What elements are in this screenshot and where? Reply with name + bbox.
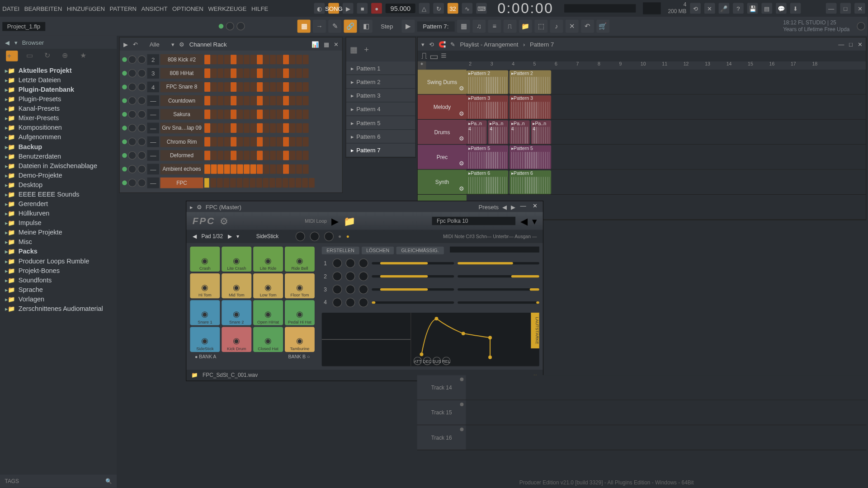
step-button[interactable] (283, 123, 289, 133)
undo2-button[interactable]: ↶ (581, 19, 594, 33)
step-button[interactable] (283, 96, 289, 105)
loop-icon[interactable]: ↻ (433, 3, 444, 14)
step-button[interactable] (231, 55, 236, 64)
layer-knob[interactable] (359, 285, 368, 294)
playlist-min-icon[interactable]: — (838, 41, 844, 47)
sidestick-label[interactable]: SideStick (256, 234, 278, 239)
layer-slider[interactable] (372, 288, 453, 291)
pattern-add-icon[interactable]: + (364, 45, 373, 54)
browser-item[interactable]: ▸📁Aufgenommen (0, 132, 117, 142)
layer-knob[interactable] (359, 298, 368, 307)
browser-item[interactable]: ▸📁Vorlagen (0, 294, 117, 304)
step-button[interactable] (217, 123, 223, 133)
channel-vol-knob[interactable] (137, 69, 146, 77)
browser-globe-icon[interactable]: ⊕ (62, 51, 71, 61)
playlist-sync-icon[interactable]: ⟲ (429, 41, 434, 47)
step-button[interactable] (231, 69, 236, 78)
step-button[interactable] (264, 69, 269, 78)
step-button[interactable] (277, 82, 283, 92)
play-button[interactable]: ▶ (343, 3, 354, 14)
snap-button[interactable]: ◧ (359, 19, 373, 33)
channel-name-button[interactable]: FPC Snare 8 (160, 82, 203, 93)
rack-play-icon[interactable]: ▶ (123, 41, 128, 47)
step-button[interactable] (263, 178, 269, 188)
channel-number[interactable]: — (147, 164, 159, 174)
step-button[interactable] (303, 164, 309, 174)
clip[interactable]: ▸Pa..n 4 (467, 120, 487, 144)
step-button[interactable] (231, 96, 236, 105)
channel-number[interactable]: — (147, 136, 159, 147)
pattern-item[interactable]: ▸Pattern 6 (346, 130, 415, 143)
channel-name-button[interactable]: 808 HiHat (160, 68, 203, 79)
pattern-mode-button[interactable]: ▦ (297, 19, 311, 33)
browser-item[interactable]: ▸📁Backup (0, 142, 117, 151)
step-button[interactable] (269, 178, 275, 188)
browser-item[interactable]: ▸📁Meine Projekte (0, 227, 117, 237)
pattern-item[interactable]: ▸Pattern 2 (346, 75, 415, 89)
layer-knob[interactable] (345, 272, 355, 281)
channel-pan-knob[interactable] (128, 69, 136, 77)
channel-vol-knob[interactable] (137, 110, 146, 118)
browser-button[interactable]: 📁 (519, 19, 532, 33)
track-header[interactable]: Track 16 (417, 425, 466, 450)
browser-search-icon[interactable]: 🔍 (105, 478, 112, 484)
channel-name-button[interactable]: Sakura (160, 109, 203, 120)
step-button[interactable] (217, 55, 223, 64)
plugin-close[interactable]: ✕ (531, 202, 539, 211)
channel-number[interactable]: — (147, 95, 159, 106)
drum-pad[interactable]: ◉Lite Ride (253, 247, 283, 272)
mic-icon[interactable]: 🎤 (719, 3, 730, 14)
maximize-button[interactable]: □ (840, 3, 851, 14)
drum-pad[interactable]: ◉Kick Drum (222, 327, 251, 352)
step-button[interactable] (270, 150, 276, 160)
browser-item[interactable]: ▸📁Producer Loops Rumble (0, 256, 117, 266)
step-button[interactable] (264, 137, 269, 146)
step-button[interactable] (290, 137, 296, 146)
track-header[interactable]: Prec⚙ (418, 145, 467, 169)
browser-refresh-icon[interactable]: ↻ (44, 51, 54, 61)
step-button[interactable] (270, 82, 276, 92)
menu-hinzufuegen[interactable]: HINZUFüGEN (67, 5, 105, 11)
tempo-button[interactable]: ♪ (550, 19, 563, 33)
browser-menu-icon[interactable]: ▾ (14, 39, 18, 45)
channel-vol-knob[interactable] (137, 83, 146, 91)
layer-number[interactable]: 1 (322, 260, 329, 266)
clip[interactable]: ▸Pattern 2 (467, 70, 508, 94)
pad-dropdown[interactable]: ▾ (236, 234, 240, 239)
clip[interactable]: ▸Pattern 2 (509, 70, 551, 94)
track-lane[interactable] (466, 375, 867, 399)
step-button[interactable] (224, 82, 230, 92)
track-header[interactable]: Melody⚙ (418, 95, 467, 119)
step-button[interactable] (270, 123, 276, 133)
step-button[interactable] (256, 178, 262, 188)
channel-name-button[interactable]: Ambient echoes (160, 164, 203, 174)
help-icon[interactable]: ? (733, 3, 744, 14)
step-button[interactable] (244, 123, 250, 133)
layer-velocity-slider[interactable] (458, 301, 539, 304)
metronome-icon[interactable]: △ (419, 3, 429, 14)
browser-item[interactable]: ▸📁Plugin-Presets (0, 94, 117, 103)
step-button[interactable] (283, 178, 288, 188)
channel-led[interactable] (122, 180, 127, 185)
step-button[interactable] (244, 69, 250, 78)
step-button[interactable] (277, 55, 283, 64)
mid-knob-2[interactable] (310, 232, 319, 241)
preset-prev-arrow[interactable]: ◀ (520, 215, 528, 226)
drum-pad[interactable]: ◉Floor Tom (285, 273, 315, 298)
channel-led[interactable] (122, 139, 127, 144)
step-button[interactable] (283, 110, 289, 119)
step-button[interactable] (296, 82, 302, 92)
channel-led[interactable] (122, 126, 127, 131)
step-button[interactable] (237, 164, 243, 174)
step-button[interactable] (290, 55, 296, 64)
step-button[interactable] (264, 96, 269, 105)
step-button[interactable] (244, 137, 250, 146)
channel-vol-knob[interactable] (137, 124, 146, 132)
piano-roll-button[interactable]: ♫ (472, 19, 486, 33)
layer-velocity-slider[interactable] (458, 275, 539, 277)
pl-tool-3[interactable]: ≡ (441, 51, 446, 61)
channel-number[interactable]: 3 (147, 68, 159, 79)
step-button[interactable] (289, 178, 295, 188)
stop-button[interactable]: ■ (357, 3, 368, 14)
channel-name-button[interactable]: 808 Kick #2 (160, 54, 203, 65)
